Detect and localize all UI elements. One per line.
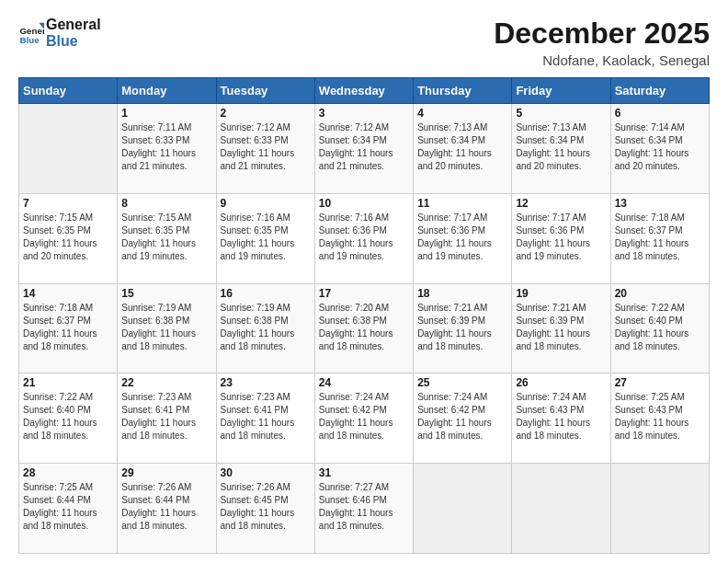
day-number: 18 (417, 287, 507, 300)
calendar-cell (610, 464, 709, 554)
cell-info: Sunrise: 7:24 AMSunset: 6:42 PMDaylight:… (319, 391, 409, 442)
col-tuesday: Tuesday (216, 78, 314, 104)
calendar-cell: 16Sunrise: 7:19 AMSunset: 6:38 PMDayligh… (216, 283, 314, 373)
day-number: 25 (417, 376, 507, 389)
cell-info: Sunrise: 7:13 AMSunset: 6:34 PMDaylight:… (516, 121, 606, 173)
cell-info: Sunrise: 7:18 AMSunset: 6:37 PMDaylight:… (615, 212, 705, 263)
calendar-cell: 7Sunrise: 7:15 AMSunset: 6:35 PMDaylight… (19, 193, 118, 283)
day-number: 29 (121, 466, 211, 479)
cell-info: Sunrise: 7:17 AMSunset: 6:36 PMDaylight:… (516, 212, 606, 263)
header: General Blue General Blue December 2025 … (18, 17, 710, 68)
header-row: Sunday Monday Tuesday Wednesday Thursday… (19, 78, 710, 104)
cell-info: Sunrise: 7:19 AMSunset: 6:38 PMDaylight:… (121, 302, 211, 353)
day-number: 5 (516, 107, 606, 120)
logo-general: General (46, 17, 101, 33)
calendar-body: 1Sunrise: 7:11 AMSunset: 6:33 PMDaylight… (19, 104, 710, 554)
calendar-cell: 25Sunrise: 7:24 AMSunset: 6:42 PMDayligh… (414, 373, 512, 464)
cell-info: Sunrise: 7:14 AMSunset: 6:34 PMDaylight:… (615, 121, 705, 173)
location: Ndofane, Kaolack, Senegal (494, 52, 710, 68)
cell-info: Sunrise: 7:17 AMSunset: 6:36 PMDaylight:… (417, 212, 507, 263)
calendar-cell: 4Sunrise: 7:13 AMSunset: 6:34 PMDaylight… (414, 104, 512, 194)
day-number: 10 (319, 197, 409, 210)
calendar-table: Sunday Monday Tuesday Wednesday Thursday… (18, 77, 710, 554)
day-number: 7 (23, 197, 113, 210)
title-block: December 2025 Ndofane, Kaolack, Senegal (494, 17, 710, 68)
calendar-week-3: 21Sunrise: 7:22 AMSunset: 6:40 PMDayligh… (19, 373, 710, 464)
day-number: 8 (121, 197, 211, 210)
calendar-cell: 3Sunrise: 7:12 AMSunset: 6:34 PMDaylight… (314, 104, 413, 194)
day-number: 15 (121, 287, 211, 300)
calendar-cell: 17Sunrise: 7:20 AMSunset: 6:38 PMDayligh… (314, 283, 413, 373)
cell-info: Sunrise: 7:13 AMSunset: 6:34 PMDaylight:… (417, 121, 507, 173)
day-number: 26 (516, 376, 606, 389)
day-number: 13 (615, 197, 705, 210)
cell-info: Sunrise: 7:20 AMSunset: 6:38 PMDaylight:… (319, 302, 409, 353)
calendar-cell: 18Sunrise: 7:21 AMSunset: 6:39 PMDayligh… (414, 283, 512, 373)
day-number: 9 (221, 197, 311, 210)
cell-info: Sunrise: 7:22 AMSunset: 6:40 PMDaylight:… (23, 391, 113, 442)
calendar-cell: 23Sunrise: 7:23 AMSunset: 6:41 PMDayligh… (216, 373, 314, 464)
calendar-cell (414, 464, 512, 554)
cell-info: Sunrise: 7:25 AMSunset: 6:44 PMDaylight:… (23, 481, 113, 533)
cell-info: Sunrise: 7:16 AMSunset: 6:36 PMDaylight:… (319, 212, 409, 263)
month-title: December 2025 (494, 17, 710, 51)
cell-info: Sunrise: 7:18 AMSunset: 6:37 PMDaylight:… (23, 302, 113, 353)
day-number: 27 (615, 376, 705, 389)
cell-info: Sunrise: 7:19 AMSunset: 6:38 PMDaylight:… (221, 302, 311, 353)
logo: General Blue General Blue (18, 17, 101, 51)
calendar-cell (19, 104, 118, 194)
logo-icon: General Blue (18, 20, 44, 46)
calendar-week-2: 14Sunrise: 7:18 AMSunset: 6:37 PMDayligh… (19, 283, 710, 373)
calendar-cell: 21Sunrise: 7:22 AMSunset: 6:40 PMDayligh… (19, 373, 118, 464)
calendar-cell: 27Sunrise: 7:25 AMSunset: 6:43 PMDayligh… (610, 373, 709, 464)
day-number: 22 (121, 376, 211, 389)
day-number: 6 (615, 107, 705, 120)
day-number: 24 (319, 376, 409, 389)
calendar-cell: 11Sunrise: 7:17 AMSunset: 6:36 PMDayligh… (414, 193, 512, 283)
day-number: 17 (319, 287, 409, 300)
cell-info: Sunrise: 7:12 AMSunset: 6:34 PMDaylight:… (319, 121, 409, 173)
day-number: 31 (319, 466, 409, 479)
day-number: 12 (516, 197, 606, 210)
col-saturday: Saturday (610, 78, 709, 104)
cell-info: Sunrise: 7:26 AMSunset: 6:44 PMDaylight:… (121, 481, 211, 533)
day-number: 30 (221, 466, 311, 479)
cell-info: Sunrise: 7:24 AMSunset: 6:42 PMDaylight:… (417, 391, 507, 442)
day-number: 1 (121, 107, 211, 120)
cell-info: Sunrise: 7:15 AMSunset: 6:35 PMDaylight:… (23, 212, 113, 263)
day-number: 19 (516, 287, 606, 300)
svg-text:Blue: Blue (19, 36, 40, 46)
calendar-cell: 15Sunrise: 7:19 AMSunset: 6:38 PMDayligh… (118, 283, 216, 373)
cell-info: Sunrise: 7:21 AMSunset: 6:39 PMDaylight:… (516, 302, 606, 353)
calendar-cell (512, 464, 610, 554)
col-thursday: Thursday (414, 78, 512, 104)
calendar-cell: 13Sunrise: 7:18 AMSunset: 6:37 PMDayligh… (610, 193, 709, 283)
calendar-week-1: 7Sunrise: 7:15 AMSunset: 6:35 PMDaylight… (19, 193, 710, 283)
logo-blue: Blue (46, 33, 101, 50)
calendar-cell: 2Sunrise: 7:12 AMSunset: 6:33 PMDaylight… (216, 104, 314, 194)
calendar-cell: 19Sunrise: 7:21 AMSunset: 6:39 PMDayligh… (512, 283, 610, 373)
col-wednesday: Wednesday (314, 78, 413, 104)
cell-info: Sunrise: 7:15 AMSunset: 6:35 PMDaylight:… (121, 212, 211, 263)
day-number: 20 (615, 287, 705, 300)
day-number: 28 (23, 466, 113, 479)
col-friday: Friday (512, 78, 610, 104)
col-sunday: Sunday (19, 78, 118, 104)
calendar-cell: 30Sunrise: 7:26 AMSunset: 6:45 PMDayligh… (216, 464, 314, 554)
calendar-cell: 9Sunrise: 7:16 AMSunset: 6:35 PMDaylight… (216, 193, 314, 283)
calendar-cell: 1Sunrise: 7:11 AMSunset: 6:33 PMDaylight… (118, 104, 216, 194)
day-number: 14 (23, 287, 113, 300)
cell-info: Sunrise: 7:23 AMSunset: 6:41 PMDaylight:… (221, 391, 311, 442)
day-number: 3 (319, 107, 409, 120)
calendar-cell: 29Sunrise: 7:26 AMSunset: 6:44 PMDayligh… (118, 464, 216, 554)
calendar-cell: 24Sunrise: 7:24 AMSunset: 6:42 PMDayligh… (314, 373, 413, 464)
cell-info: Sunrise: 7:24 AMSunset: 6:43 PMDaylight:… (516, 391, 606, 442)
calendar-cell: 22Sunrise: 7:23 AMSunset: 6:41 PMDayligh… (118, 373, 216, 464)
day-number: 23 (221, 376, 311, 389)
calendar-cell: 10Sunrise: 7:16 AMSunset: 6:36 PMDayligh… (314, 193, 413, 283)
calendar-cell: 20Sunrise: 7:22 AMSunset: 6:40 PMDayligh… (610, 283, 709, 373)
cell-info: Sunrise: 7:26 AMSunset: 6:45 PMDaylight:… (221, 481, 311, 533)
cell-info: Sunrise: 7:16 AMSunset: 6:35 PMDaylight:… (221, 212, 311, 263)
col-monday: Monday (118, 78, 216, 104)
day-number: 21 (23, 376, 113, 389)
